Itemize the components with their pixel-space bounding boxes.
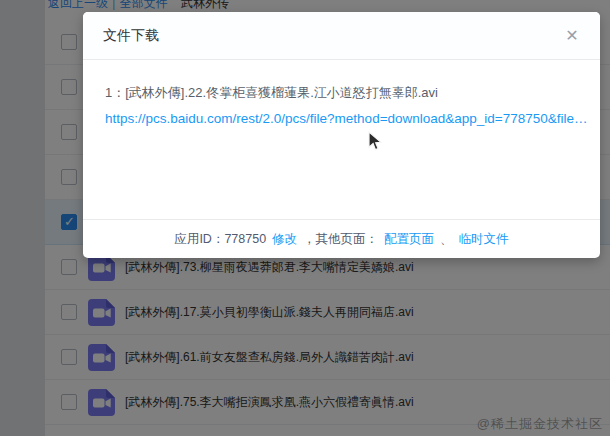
mouse-cursor-icon: [368, 131, 383, 156]
watermark: @稀土掘金技术社区: [477, 415, 603, 433]
app-id-label: 应用ID：778750: [174, 231, 266, 248]
modify-link[interactable]: 修改: [272, 231, 297, 248]
screen: 返回上一级｜全部文件 武林外传 [武林外傳].73.柳星雨夜遇莽郞君.李大嘴情定…: [0, 0, 610, 436]
temp-file-link[interactable]: 临时文件: [459, 231, 509, 248]
footer-separator: 、: [440, 231, 453, 248]
close-icon[interactable]: ✕: [560, 24, 584, 48]
dialog-title: 文件下载: [103, 27, 159, 45]
download-file-name: 1：[武林外傳].22.佟掌柜喜獲榴蓮果.江小道怒打無辜郎.avi: [105, 84, 578, 102]
dialog-header: 文件下载: [83, 12, 600, 60]
config-page-link[interactable]: 配置页面: [384, 231, 434, 248]
other-pages-label: ，其他页面：: [303, 231, 378, 248]
download-url-link[interactable]: https://pcs.baidu.com/rest/2.0/pcs/file?…: [105, 111, 578, 126]
dialog-footer: 应用ID：778750 修改 ，其他页面： 配置页面 、 临时文件: [83, 219, 600, 258]
dialog-body: 1：[武林外傳].22.佟掌柜喜獲榴蓮果.江小道怒打無辜郎.avi https:…: [83, 60, 600, 126]
file-download-dialog: 文件下载 ✕ 1：[武林外傳].22.佟掌柜喜獲榴蓮果.江小道怒打無辜郎.avi…: [83, 12, 600, 258]
